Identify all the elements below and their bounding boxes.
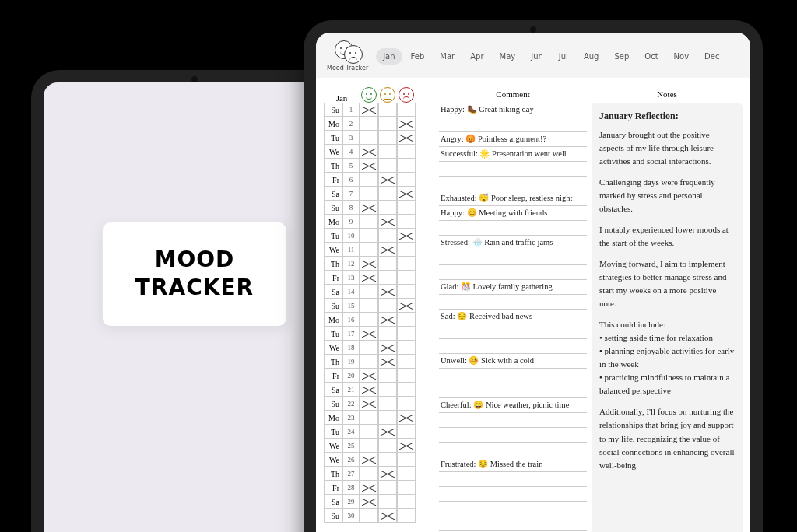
mood-cell[interactable]	[360, 145, 378, 159]
mood-cell[interactable]	[378, 243, 397, 257]
mood-cell[interactable]	[360, 481, 378, 495]
mood-cell[interactable]	[397, 327, 416, 341]
mood-cell[interactable]	[378, 271, 397, 285]
mood-cell[interactable]	[397, 453, 416, 467]
comment-line[interactable]	[439, 324, 587, 339]
comment-line[interactable]	[439, 250, 587, 265]
month-tab-jan[interactable]: Jan	[376, 48, 402, 65]
comment-line[interactable]	[439, 117, 587, 132]
mood-cell[interactable]	[378, 285, 397, 299]
mood-cell[interactable]	[397, 299, 416, 313]
mood-cell[interactable]	[360, 103, 378, 117]
mood-cell[interactable]	[360, 257, 378, 271]
mood-cell[interactable]	[360, 271, 378, 285]
mood-cell[interactable]	[397, 467, 416, 481]
month-tab-may[interactable]: May	[493, 48, 523, 65]
mood-cell[interactable]	[378, 313, 397, 327]
mood-cell[interactable]	[378, 355, 397, 369]
mood-cell[interactable]	[378, 159, 397, 173]
mood-cell[interactable]	[378, 425, 397, 439]
mood-cell[interactable]	[378, 383, 397, 397]
comment-line[interactable]	[439, 177, 587, 191]
mood-cell[interactable]	[397, 229, 416, 243]
comment-line[interactable]	[439, 413, 587, 428]
mood-cell[interactable]	[360, 397, 378, 411]
mood-cell[interactable]	[397, 383, 416, 397]
comment-line[interactable]	[439, 162, 587, 177]
mood-cell[interactable]	[360, 187, 378, 201]
comment-line[interactable]	[439, 428, 587, 443]
mood-cell[interactable]	[360, 243, 378, 257]
comment-line[interactable]	[439, 221, 587, 236]
month-tab-mar[interactable]: Mar	[433, 48, 462, 65]
mood-cell[interactable]	[397, 425, 416, 439]
mood-cell[interactable]	[378, 327, 397, 341]
mood-cell[interactable]	[378, 145, 397, 159]
notes-panel[interactable]: January Reflection: January brought out …	[592, 103, 743, 532]
mood-cell[interactable]	[397, 369, 416, 383]
month-tab-apr[interactable]: Apr	[463, 48, 490, 65]
month-tab-feb[interactable]: Feb	[404, 48, 432, 65]
mood-cell[interactable]	[360, 327, 378, 341]
mood-cell[interactable]	[378, 229, 397, 243]
mood-cell[interactable]	[397, 201, 416, 215]
mood-cell[interactable]	[360, 229, 378, 243]
mood-cell[interactable]	[378, 173, 397, 187]
mood-cell[interactable]	[397, 159, 416, 173]
mood-cell[interactable]	[397, 285, 416, 299]
comment-line[interactable]	[439, 339, 587, 354]
mood-cell[interactable]	[360, 369, 378, 383]
month-tab-oct[interactable]: Oct	[637, 48, 665, 65]
month-tab-nov[interactable]: Nov	[667, 48, 697, 65]
mood-cell[interactable]	[397, 495, 416, 509]
app-logo[interactable]: Mood Tracker	[327, 40, 368, 72]
comment-line[interactable]: Stressed: 🌧️ Rain and traffic jams	[439, 236, 587, 250]
mood-cell[interactable]	[397, 313, 416, 327]
mood-cell[interactable]	[360, 299, 378, 313]
mood-cell[interactable]	[360, 439, 378, 453]
mood-cell[interactable]	[397, 131, 416, 145]
mood-cell[interactable]	[397, 355, 416, 369]
comment-line[interactable]	[439, 265, 587, 280]
comment-line[interactable]: Happy: 🥾 Great hiking day!	[439, 103, 587, 117]
mood-cell[interactable]	[378, 131, 397, 145]
comment-line[interactable]: Sad: 😔 Received bad news	[439, 310, 587, 324]
mood-cell[interactable]	[397, 397, 416, 411]
comment-line[interactable]	[439, 295, 587, 310]
mood-cell[interactable]	[378, 187, 397, 201]
comment-line[interactable]: Angry: 😡 Pointless argument!?	[439, 132, 587, 147]
mood-cell[interactable]	[360, 159, 378, 173]
mood-cell[interactable]	[397, 439, 416, 453]
mood-cell[interactable]	[360, 355, 378, 369]
mood-cell[interactable]	[378, 439, 397, 453]
mood-cell[interactable]	[360, 383, 378, 397]
mood-cell[interactable]	[397, 509, 416, 523]
mood-cell[interactable]	[397, 243, 416, 257]
month-tab-sep[interactable]: Sep	[607, 48, 636, 65]
comment-line[interactable]	[439, 516, 587, 531]
comment-line[interactable]: Exhausted: 😴 Poor sleep, restless night	[439, 191, 587, 206]
mood-cell[interactable]	[397, 117, 416, 131]
mood-cell[interactable]	[378, 495, 397, 509]
month-tab-dec[interactable]: Dec	[697, 48, 726, 65]
mood-cell[interactable]	[360, 215, 378, 229]
comment-line[interactable]	[439, 487, 587, 502]
mood-cell[interactable]	[397, 173, 416, 187]
mood-cell[interactable]	[360, 509, 378, 523]
mood-cell[interactable]	[397, 145, 416, 159]
mood-cell[interactable]	[397, 341, 416, 355]
mood-cell[interactable]	[397, 481, 416, 495]
comment-line[interactable]	[439, 383, 587, 398]
mood-cell[interactable]	[360, 117, 378, 131]
mood-cell[interactable]	[360, 467, 378, 481]
mood-cell[interactable]	[360, 173, 378, 187]
mood-cell[interactable]	[378, 481, 397, 495]
mood-cell[interactable]	[378, 509, 397, 523]
mood-cell[interactable]	[378, 117, 397, 131]
mood-cell[interactable]	[360, 285, 378, 299]
mood-cell[interactable]	[378, 397, 397, 411]
comment-line[interactable]	[439, 472, 587, 487]
mood-cell[interactable]	[397, 411, 416, 425]
mood-cell[interactable]	[397, 257, 416, 271]
mood-cell[interactable]	[360, 201, 378, 215]
